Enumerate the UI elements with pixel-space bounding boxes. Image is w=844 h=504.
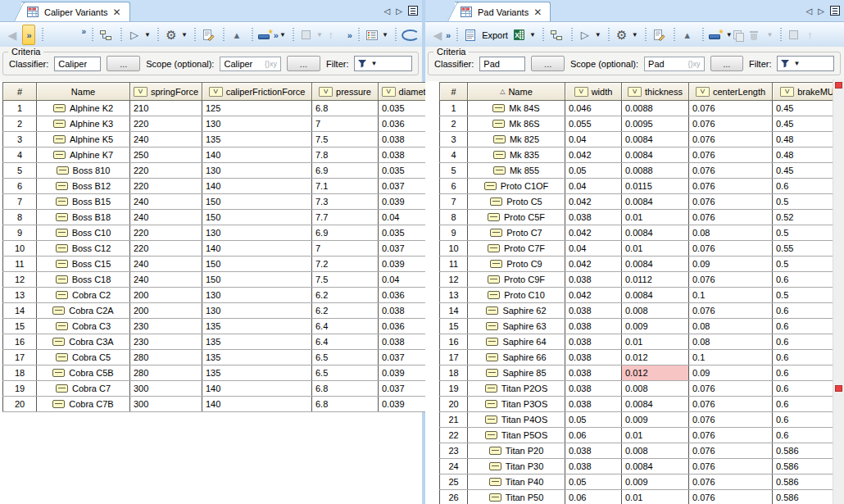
value-cell[interactable]: 0.5 <box>773 288 842 303</box>
classifier-input[interactable]: Pad <box>479 57 525 71</box>
value-cell[interactable]: 0.586 <box>773 490 842 504</box>
value-cell[interactable]: 0.0084 <box>622 459 689 474</box>
value-cell[interactable]: 7.5 <box>312 272 379 288</box>
name-cell[interactable]: Boss C12 <box>37 241 130 257</box>
value-cell[interactable]: 7.2 <box>312 257 379 272</box>
row-number-cell[interactable]: 22 <box>440 428 468 443</box>
name-cell[interactable]: Proto C5 <box>468 194 565 210</box>
value-cell[interactable]: 6.8 <box>312 397 379 412</box>
row-number-cell[interactable]: 11 <box>3 257 37 272</box>
column-header-caliperFrictionForce[interactable]: VcaliperFrictionForce <box>202 83 312 101</box>
toolbar-grip[interactable] <box>456 28 458 42</box>
value-cell[interactable]: 0.6 <box>773 366 842 381</box>
row-number-cell[interactable]: 12 <box>440 272 468 288</box>
value-cell[interactable]: 130 <box>202 225 312 241</box>
value-cell[interactable]: 150 <box>202 194 312 210</box>
column-header-name[interactable]: Name <box>37 83 130 101</box>
row-number-cell[interactable]: 1 <box>3 101 37 116</box>
value-cell[interactable]: 7.1 <box>312 179 379 194</box>
value-cell[interactable]: 0.009 <box>622 474 689 490</box>
row-number-cell[interactable]: 8 <box>3 210 37 225</box>
run-icon[interactable]: ▷ <box>578 26 592 44</box>
value-cell[interactable]: 0.009 <box>622 319 689 334</box>
refresh-icon[interactable] <box>402 30 420 41</box>
value-cell[interactable]: 0.48 <box>773 148 842 163</box>
name-cell[interactable]: Boss B12 <box>37 179 130 194</box>
value-cell[interactable]: 0.055 <box>565 116 622 132</box>
name-cell[interactable]: Boss B15 <box>37 194 130 210</box>
tab-pad-variants[interactable]: Pad Variants ✕ <box>455 2 551 21</box>
scope-input[interactable]: Caliper{}xy <box>220 57 280 71</box>
toolbar-grip[interactable] <box>293 28 294 42</box>
value-cell[interactable]: 6.9 <box>312 225 379 241</box>
column-header-brakeMU[interactable]: VbrakeMU <box>773 83 842 101</box>
value-cell[interactable]: 135 <box>202 132 312 148</box>
scroll-tabs-right-icon[interactable]: ▷ <box>396 7 402 16</box>
toolbar-grip[interactable] <box>223 28 225 42</box>
toolbar-grip[interactable] <box>702 28 704 42</box>
value-cell[interactable]: 130 <box>202 303 312 319</box>
value-cell[interactable]: 6.4 <box>312 334 379 350</box>
value-cell[interactable]: 0.6 <box>773 412 842 428</box>
column-header-row[interactable]: # <box>3 83 37 101</box>
name-cell[interactable]: Alphine K3 <box>37 116 130 132</box>
value-cell[interactable]: 0.08 <box>689 225 773 241</box>
scroll-tabs-left-icon[interactable]: ◁ <box>384 7 391 16</box>
row-number-cell[interactable]: 1 <box>440 101 468 116</box>
value-cell[interactable]: 0.038 <box>565 334 622 350</box>
value-cell[interactable]: 0.08 <box>689 319 773 334</box>
scroll-tabs-left-icon[interactable]: ◁ <box>806 7 813 16</box>
name-cell[interactable]: Cobra C3A <box>37 334 130 350</box>
row-number-cell[interactable]: 7 <box>3 194 37 210</box>
value-cell[interactable]: 0.038 <box>565 350 622 366</box>
value-cell[interactable]: 0.008 <box>622 381 689 397</box>
name-cell[interactable]: Titan P20 <box>468 443 565 459</box>
value-cell[interactable]: 0.076 <box>689 474 773 490</box>
value-cell[interactable]: 0.0084 <box>622 288 689 303</box>
value-cell[interactable]: 0.038 <box>565 319 622 334</box>
name-cell[interactable]: Titan P2OS <box>468 381 565 397</box>
value-cell[interactable]: 0.06 <box>565 490 622 504</box>
column-header-centerLength[interactable]: VcenterLength <box>689 83 773 101</box>
row-number-cell[interactable]: 11 <box>440 257 468 272</box>
name-cell[interactable]: Cobra C5B <box>37 366 130 381</box>
name-cell[interactable]: Proto C7F <box>468 241 565 257</box>
value-cell[interactable]: 6.2 <box>312 288 379 303</box>
chevron-down-icon[interactable]: ▼ <box>726 31 733 39</box>
name-cell[interactable]: Proto C7 <box>468 225 565 241</box>
value-cell[interactable]: 0.042 <box>565 288 622 303</box>
value-cell[interactable]: 0.0088 <box>622 163 689 179</box>
value-cell[interactable]: 280 <box>130 350 202 366</box>
row-number-cell[interactable]: 23 <box>440 443 468 459</box>
value-cell[interactable]: 0.0084 <box>622 225 689 241</box>
value-cell[interactable]: 0.0095 <box>622 116 689 132</box>
chevron-down-icon[interactable]: ▼ <box>793 60 800 67</box>
column-header-width[interactable]: Vwidth <box>565 83 622 101</box>
name-cell[interactable]: Boss B18 <box>37 210 130 225</box>
chevron-down-icon[interactable]: ▼ <box>529 31 536 39</box>
value-cell[interactable]: 0.05 <box>565 163 622 179</box>
value-cell[interactable]: 0.5 <box>773 257 842 272</box>
row-number-cell[interactable]: 4 <box>3 148 37 163</box>
chevron-down-icon[interactable]: ▼ <box>181 31 188 39</box>
toolbar-grip[interactable] <box>157 28 159 42</box>
new-element-icon[interactable]: ★ <box>709 30 724 41</box>
row-number-cell[interactable]: 20 <box>3 397 37 412</box>
value-cell[interactable]: 210 <box>130 101 202 116</box>
classifier-input[interactable]: Caliper <box>54 57 101 71</box>
toolbar-grip[interactable] <box>358 28 360 42</box>
collapse-up-icon[interactable]: ▲ <box>229 26 244 44</box>
value-cell[interactable]: 0.042 <box>565 257 622 272</box>
value-cell[interactable]: 230 <box>130 319 202 334</box>
value-cell[interactable]: 0.6 <box>773 303 842 319</box>
value-cell[interactable]: 0.1 <box>689 288 773 303</box>
value-cell[interactable]: 240 <box>130 272 202 288</box>
name-cell[interactable]: Cobra C5 <box>37 350 130 366</box>
value-cell[interactable]: 0.45 <box>773 163 842 179</box>
name-cell[interactable]: Proto C9F <box>468 272 565 288</box>
value-cell[interactable]: 140 <box>202 381 312 397</box>
row-number-cell[interactable]: 20 <box>440 397 468 412</box>
value-cell[interactable]: 0.09 <box>689 366 773 381</box>
value-cell[interactable]: 300 <box>130 381 202 397</box>
name-cell[interactable]: Mk 84S <box>468 101 565 116</box>
